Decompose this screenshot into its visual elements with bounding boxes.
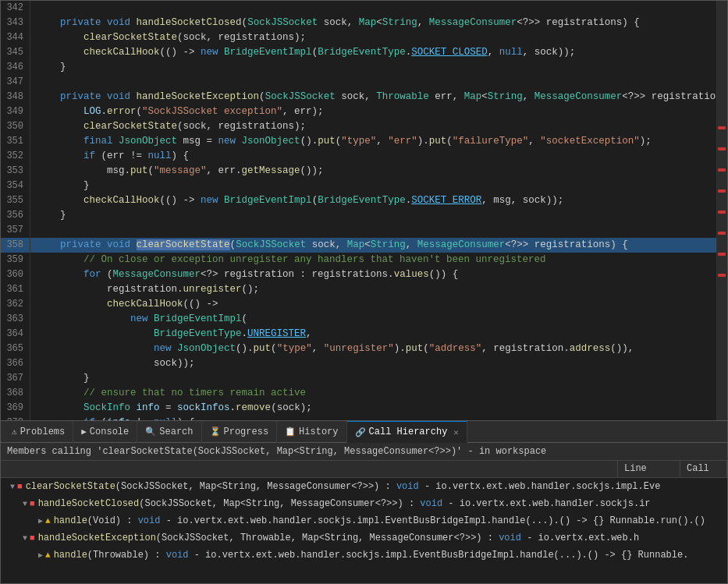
code-line: 363 new BridgeEventImpl( [1,312,727,327]
row-text: handle(Void) : void - io.vertx.ext.web.h… [54,515,705,526]
tab-progress[interactable]: ⏳ Progress [202,421,278,443]
row-text: clearSocketState(SockJSSocket, Map<Strin… [26,481,661,492]
row-text: handleSocketClosed(SockJSSocket, Map<Str… [38,498,651,509]
tab-call-hierarchy[interactable]: 🔗 Call Hierarchy ✕ [347,421,467,443]
row-text: handleSocketException(SockJSSocket, Thro… [38,533,640,543]
problems-icon: ⚠ [12,426,17,437]
code-line: 370 if (info != null) { [1,416,727,420]
hierarchy-row[interactable]: ▶ ▲ handle(Void) : void - io.vertx.ext.w… [1,512,727,529]
code-line: 367 } [1,371,727,386]
code-line: 354 } [1,179,727,193]
search-tab-icon: 🔍 [145,426,156,437]
hierarchy-table-header: Line Call [1,461,727,478]
console-icon: ▶ [81,426,87,437]
col-call-header: Call [680,461,727,477]
code-line: 345 checkCallHook(() -> new BridgeEventI… [1,45,727,60]
code-line: 351 final JsonObject msg = new JsonObjec… [1,134,727,149]
hierarchy-row[interactable]: ▼ ■ handleSocketException(SockJSSocket, … [1,529,727,547]
code-content: 342 343 private void handleSocketClosed(… [1,1,727,420]
code-line: 369 SockInfo info = sockInfos.remove(soc… [1,401,727,416]
code-line: 352 if (err != null) { [1,149,727,164]
code-line: 364 BridgeEventType.UNREGISTER, [1,327,727,342]
code-line: 366 sock)); [1,356,727,371]
col-name-header [1,461,618,477]
tab-close-button[interactable]: ✕ [453,427,459,437]
code-line: 368 // ensure that no timers remain acti… [1,386,727,401]
code-line: 355 checkCallHook(() -> new BridgeEventI… [1,193,727,208]
progress-icon: ⏳ [210,426,221,437]
expand-icon[interactable]: ▶ [38,516,43,526]
code-line: 360 for (MessageConsumer<?> registration… [1,267,727,282]
tab-problems[interactable]: ⚠ Problems [4,421,73,443]
code-line: 356 } [1,208,727,223]
tab-bar: ⚠ Problems ▶ Console 🔍 Search ⏳ Progress… [1,421,727,443]
hierarchy-content: ▼ ■ clearSocketState(SockJSSocket, Map<S… [1,478,727,583]
col-line-header: Line [618,461,680,477]
hierarchy-row[interactable]: ▶ ▲ handle(Throwable) : void - io.vertx.… [1,547,727,564]
code-line: 359 // On close or exception unregister … [1,253,727,267]
type-icon-yellow: ▲ [45,516,51,526]
tab-history[interactable]: 📋 History [277,421,346,443]
type-icon-red: ■ [30,533,35,543]
bottom-panel: ⚠ Problems ▶ Console 🔍 Search ⏳ Progress… [0,420,728,584]
code-line: 349 LOG.error("SockJSSocket exception", … [1,104,727,119]
type-icon-red: ■ [30,499,35,508]
hierarchy-row[interactable]: ▼ ■ clearSocketState(SockJSSocket, Map<S… [1,478,727,495]
history-icon: 📋 [285,426,296,437]
code-line: 346 } [1,60,727,75]
code-line: 362 checkCallHook(() -> [1,297,727,312]
tab-search[interactable]: 🔍 Search [137,421,201,443]
code-line: 344 clearSocketState(sock, registrations… [1,30,727,45]
code-line: 343 private void handleSocketClosed(Sock… [1,16,727,30]
code-line: 347 [1,75,727,90]
code-line: 361 registration.unregister(); [1,282,727,297]
code-line: 342 [1,1,727,16]
expand-icon[interactable]: ▶ [38,550,43,560]
code-line-highlighted: 358 private void clearSocketState(SockJS… [1,238,727,253]
code-line: 357 [1,223,727,238]
code-line: 365 new JsonObject().put("type", "unregi… [1,342,727,356]
expand-icon[interactable]: ▼ [10,483,15,491]
expand-icon[interactable]: ▼ [23,500,27,508]
type-icon-red: ■ [17,482,23,491]
expand-icon[interactable]: ▼ [23,534,27,543]
panel-header: Members calling 'clearSocketState(SockJS… [1,443,727,461]
hierarchy-row[interactable]: ▼ ■ handleSocketClosed(SockJSSocket, Map… [1,495,727,512]
tab-console[interactable]: ▶ Console [73,421,137,443]
call-hierarchy-icon: 🔗 [355,427,366,437]
code-line: 353 msg.put("message", err.getMessage())… [1,164,727,179]
code-line: 348 private void handleSocketException(S… [1,90,727,104]
type-icon-yellow: ▲ [45,550,51,560]
code-editor: 342 343 private void handleSocketClosed(… [0,0,728,420]
row-text: handle(Throwable) : void - io.vertx.ext.… [54,550,689,561]
code-line: 350 clearSocketState(sock, registrations… [1,119,727,134]
